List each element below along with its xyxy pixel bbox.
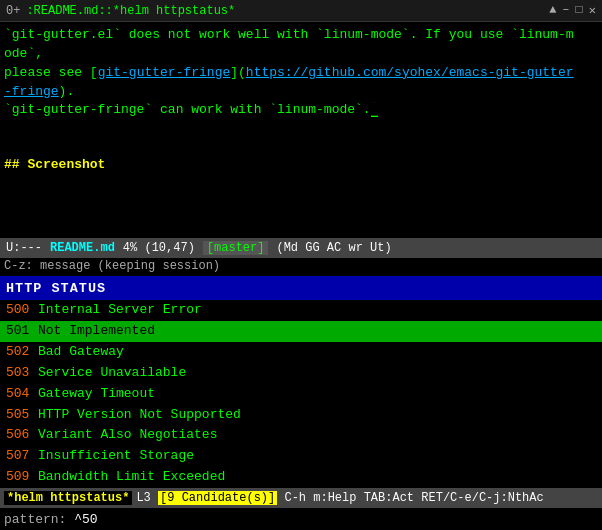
helm-item-code: 502 bbox=[6, 343, 34, 362]
editor-area: `git-gutter.el` does not work well with … bbox=[0, 22, 602, 238]
helm-mode-title: *helm httpstatus* bbox=[4, 491, 132, 505]
helm-mode-level: L3 bbox=[136, 491, 150, 505]
helm-list-item[interactable]: 505HTTP Version Not Supported bbox=[0, 405, 602, 426]
helm-item-label: Variant Also Negotiates bbox=[38, 426, 217, 445]
editor-line bbox=[4, 120, 598, 138]
title-left: 0+ :README.md::*helm httpstatus* bbox=[6, 4, 235, 18]
helm-item-code: 503 bbox=[6, 364, 34, 383]
pattern-value: ^50 bbox=[74, 512, 97, 527]
helm-area: HTTP STATUS 500Internal Server Error501N… bbox=[0, 276, 602, 530]
helm-candidates-badge: [9 Candidate(s)] bbox=[158, 491, 277, 505]
mode-line: U:--- README.md 4% (10,47) [master] (Md … bbox=[0, 238, 602, 258]
helm-item-code: 501 bbox=[6, 322, 34, 341]
title-indicator: 0+ bbox=[6, 4, 20, 18]
title-bar: 0+ :README.md::*helm httpstatus* ▲ – □ ✕ bbox=[0, 0, 602, 22]
helm-item-code: 504 bbox=[6, 385, 34, 404]
helm-list-item[interactable]: 502Bad Gateway bbox=[0, 342, 602, 363]
pattern-line[interactable]: pattern: ^50 bbox=[0, 508, 602, 530]
helm-list-item[interactable]: 503Service Unavailable bbox=[0, 363, 602, 384]
helm-list-item[interactable]: 509Bandwidth Limit Exceeded bbox=[0, 467, 602, 488]
mode-indicator: U:--- bbox=[6, 241, 42, 255]
file-name: README.md bbox=[50, 241, 115, 255]
helm-item-label: Internal Server Error bbox=[38, 301, 202, 320]
editor-line: please see [git-gutter-fringe](https://g… bbox=[4, 64, 598, 83]
helm-list-item[interactable]: 500Internal Server Error bbox=[0, 300, 602, 321]
minimize-icon2[interactable]: – bbox=[562, 3, 569, 18]
helm-item-label: Bandwidth Limit Exceeded bbox=[38, 468, 225, 487]
title-controls: ▲ – □ ✕ bbox=[549, 3, 596, 18]
helm-mode-help: C-h m:Help TAB:Act RET/C-e/C-j:NthAc bbox=[284, 491, 543, 505]
helm-list-item[interactable]: 501Not Implemented bbox=[0, 321, 602, 342]
helm-item-label: Gateway Timeout bbox=[38, 385, 155, 404]
helm-item-code: 500 bbox=[6, 301, 34, 320]
modes-indicator: (Md GG AC wr Ut) bbox=[276, 241, 391, 255]
position-indicator: 4% (10,47) bbox=[123, 241, 195, 255]
editor-line: ## Screenshot bbox=[4, 156, 598, 175]
helm-item-label: Service Unavailable bbox=[38, 364, 186, 383]
helm-item-code: 509 bbox=[6, 468, 34, 487]
helm-item-code: 505 bbox=[6, 406, 34, 425]
helm-item-label: Not Implemented bbox=[38, 322, 155, 341]
pattern-label: pattern: bbox=[4, 512, 66, 527]
maximize-icon[interactable]: □ bbox=[576, 3, 583, 18]
helm-list-item[interactable]: 507Insufficient Storage bbox=[0, 446, 602, 467]
editor-line: `git-gutter.el` does not work well with … bbox=[4, 26, 598, 45]
minimize-icon[interactable]: ▲ bbox=[549, 3, 556, 18]
helm-item-label: HTTP Version Not Supported bbox=[38, 406, 241, 425]
mini-buffer: C-z: message (keeping session) bbox=[0, 258, 602, 276]
branch-indicator: [master] bbox=[203, 241, 269, 255]
close-icon[interactable]: ✕ bbox=[589, 3, 596, 18]
helm-header: HTTP STATUS bbox=[0, 276, 602, 300]
helm-item-label: Insufficient Storage bbox=[38, 447, 194, 466]
editor-line: `git-gutter-fringe` can work with `linum… bbox=[4, 101, 598, 120]
editor-line bbox=[4, 138, 598, 156]
helm-list[interactable]: 500Internal Server Error501Not Implement… bbox=[0, 300, 602, 488]
title-text: :README.md::*helm httpstatus* bbox=[26, 4, 235, 18]
helm-item-code: 506 bbox=[6, 426, 34, 445]
editor-line: -fringe). bbox=[4, 83, 598, 102]
helm-item-label: Bad Gateway bbox=[38, 343, 124, 362]
helm-list-item[interactable]: 506Variant Also Negotiates bbox=[0, 425, 602, 446]
helm-mode-line: *helm httpstatus* L3 [9 Candidate(s)] C-… bbox=[0, 488, 602, 508]
editor-line: ode`, bbox=[4, 45, 598, 64]
helm-list-item[interactable]: 504Gateway Timeout bbox=[0, 384, 602, 405]
helm-item-code: 507 bbox=[6, 447, 34, 466]
